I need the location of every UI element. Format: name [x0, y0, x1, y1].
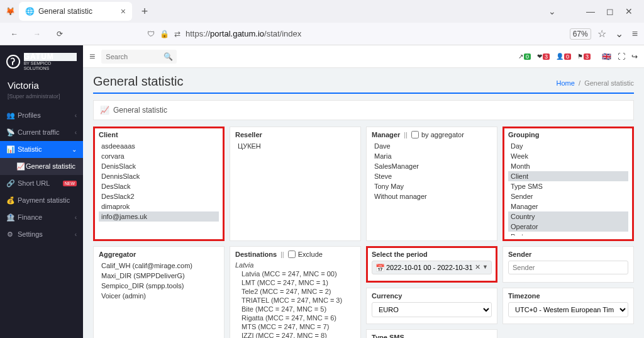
search-icon[interactable]: 🔍: [164, 52, 173, 61]
list-item[interactable]: Tony May: [372, 181, 492, 191]
list-item[interactable]: DennisSlack: [99, 171, 219, 181]
close-icon[interactable]: ×: [121, 6, 126, 16]
topbar: ≡ 🔍 ↗0❤3👤0⚑3 🇬🇧 ⛶ ↪: [83, 45, 644, 68]
dest-item[interactable]: Latvia (MCC = 247, MNC = 00): [235, 269, 355, 278]
list-item[interactable]: dimaprok: [99, 201, 219, 211]
destinations-list[interactable]: LatviaLatvia (MCC = 247, MNC = 00)LMT (M…: [235, 261, 355, 338]
aggregator-list[interactable]: Calif_WH (calif@mirage.com)Maxi_DIR (SMP…: [99, 261, 219, 301]
list-item[interactable]: Dave: [372, 141, 492, 151]
grouping-list[interactable]: DayWeekMonthClientType SMSSenderManagerC…: [508, 141, 628, 235]
flag-icon[interactable]: 🇬🇧: [602, 52, 611, 61]
permissions-icon[interactable]: ⇄: [174, 30, 180, 38]
period-input[interactable]: [372, 261, 492, 274]
dest-item[interactable]: Tele2 (MCC = 247, MNC = 2): [235, 287, 355, 296]
close-window-icon[interactable]: ✕: [625, 6, 633, 16]
list-item[interactable]: Maxi_DIR (SMPPDeliverG): [99, 271, 219, 281]
breadcrumb-home[interactable]: Home: [557, 79, 575, 87]
list-item[interactable]: Week: [508, 151, 628, 161]
list-item[interactable]: Operator: [508, 222, 628, 232]
list-item[interactable]: Country: [508, 211, 628, 222]
new-tab-button[interactable]: +: [136, 3, 153, 20]
zoom-level[interactable]: 67%: [570, 28, 591, 40]
nav-icon: 🏦: [6, 213, 14, 222]
sidebar-item-payment-statistic[interactable]: 💰Payment statistic: [0, 192, 83, 209]
list-item[interactable]: Day: [508, 141, 628, 151]
client-list[interactable]: asdeeaaascorvaraDenisSlackDennisSlackDes…: [99, 141, 219, 223]
sidebar-item-settings[interactable]: ⚙Settings‹: [0, 226, 83, 243]
sidebar-item-finance[interactable]: 🏦Finance‹: [0, 209, 83, 226]
list-item[interactable]: corvara: [99, 151, 219, 161]
sidebar-item-short-url[interactable]: 🔗Short URLNEW: [0, 175, 83, 192]
status-pill[interactable]: ⚑3: [577, 53, 591, 60]
status-pill[interactable]: ↗0: [518, 53, 531, 60]
list-item[interactable]: Client: [508, 171, 628, 181]
reload-button[interactable]: ⟳: [52, 26, 68, 42]
menu-icon[interactable]: ≡: [632, 28, 638, 40]
status-pill[interactable]: 👤0: [556, 53, 571, 60]
breadcrumb: Home / General statistic: [557, 79, 635, 87]
clear-icon[interactable]: ✕: [475, 263, 480, 271]
list-item[interactable]: DesSlack: [99, 181, 219, 191]
url-box[interactable]: 🛡 🔒 ⇄ https://portal.gatum.io/stat/index: [143, 25, 564, 43]
dest-item[interactable]: TRIATEL (MCC = 247, MNC = 3): [235, 296, 355, 305]
list-item[interactable]: ЦУКЕН: [235, 141, 355, 151]
sender-input[interactable]: [508, 261, 628, 274]
dest-item[interactable]: IZZI (MCC = 247, MNC = 8): [235, 331, 355, 338]
list-item[interactable]: asdeeaaas: [99, 141, 219, 151]
list-item[interactable]: Sender: [508, 191, 628, 201]
sidebar-item-statistic[interactable]: 📊Statistic⌄: [0, 141, 83, 158]
lock-icon[interactable]: 🔒: [160, 30, 169, 38]
dest-item[interactable]: Bite (MCC = 247, MNC = 5): [235, 305, 355, 313]
currency-select[interactable]: EURO: [372, 302, 492, 317]
dest-item[interactable]: MTS (MCC = 247, MNC = 7): [235, 322, 355, 331]
dest-item[interactable]: LMT (MCC = 247, MNC = 1): [235, 278, 355, 287]
chevron-down-icon[interactable]: ⌄: [548, 6, 556, 16]
nav-icon: 👥: [6, 111, 14, 120]
list-item[interactable]: DesSlack2: [99, 191, 219, 201]
reseller-list[interactable]: ЦУКЕН: [235, 141, 355, 151]
list-item[interactable]: Type SMS: [508, 181, 628, 191]
nav-icon: 💰: [6, 196, 14, 205]
shield-icon[interactable]: 🛡: [147, 30, 155, 38]
list-item[interactable]: Partner: [508, 232, 628, 235]
maximize-icon[interactable]: ◻: [606, 6, 614, 16]
list-item[interactable]: SalesManager: [372, 161, 492, 171]
dest-group[interactable]: Latvia: [235, 261, 355, 269]
pocket-icon[interactable]: ⌄: [615, 28, 623, 40]
by-aggregator-checkbox[interactable]: by aggregator: [411, 131, 464, 138]
browser-tab[interactable]: 🌐 General statistic ×: [19, 2, 132, 21]
dest-item[interactable]: Rigatta (MCC = 247, MNC = 6): [235, 313, 355, 322]
sidebar-sub-general-statistic[interactable]: 📈 General statistic: [0, 158, 83, 175]
sidebar-item-current-traffic[interactable]: 📡Current traffic‹: [0, 124, 83, 141]
logout-icon[interactable]: ↪: [631, 52, 638, 61]
list-item[interactable]: Without manager: [372, 191, 492, 201]
list-item[interactable]: Maria: [372, 151, 492, 161]
sidebar-item-profiles[interactable]: 👥Profiles‹: [0, 107, 83, 124]
list-item[interactable]: Manager: [508, 201, 628, 211]
back-button[interactable]: ←: [6, 26, 23, 42]
list-item[interactable]: Month: [508, 161, 628, 171]
client-card: Client asdeeaaascorvaraDenisSlackDennisS…: [93, 127, 225, 241]
fullscreen-icon[interactable]: ⛶: [618, 52, 625, 61]
brand: ʔ GATUM BY SEMPICO SOLUTIONS: [0, 45, 83, 74]
hamburger-icon[interactable]: ≡: [89, 51, 95, 62]
list-item[interactable]: Sempico_DIR (smpp.tools): [99, 281, 219, 291]
status-pill[interactable]: ❤3: [537, 53, 550, 60]
manager-list[interactable]: DaveMariaSalesManagerSteveTony MayWithou…: [372, 141, 492, 201]
list-item[interactable]: Calif_WH (calif@mirage.com): [99, 261, 219, 271]
list-item[interactable]: info@james.uk: [99, 211, 219, 222]
grouping-card: Grouping DayWeekMonthClientType SMSSende…: [502, 127, 634, 241]
list-item[interactable]: DenisSlack: [99, 161, 219, 171]
bookmark-icon[interactable]: ☆: [597, 28, 606, 40]
brand-logo-icon: ʔ: [6, 55, 20, 69]
minimize-icon[interactable]: —: [586, 6, 595, 16]
list-item[interactable]: Voicer (admin): [99, 291, 219, 301]
currency-label: Currency: [372, 292, 492, 300]
timezone-select[interactable]: UTC+0 - Western European Time (Dublin, E…: [508, 302, 628, 317]
nav-icon: 📡: [6, 128, 14, 137]
list-item[interactable]: jotrunk: [99, 222, 219, 223]
list-item[interactable]: Steve: [372, 171, 492, 181]
forward-button[interactable]: →: [29, 26, 45, 42]
chevron-down-icon[interactable]: ▼: [482, 264, 488, 270]
exclude-checkbox[interactable]: Exclude: [288, 251, 323, 258]
